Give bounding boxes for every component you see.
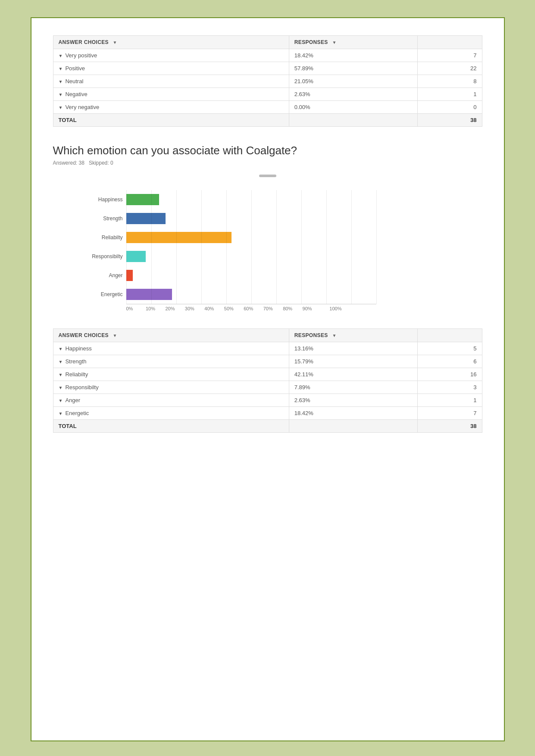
axis-label: 30% [185,306,204,311]
table-row: ▼Reliabilty 42.11% 16 [53,368,482,381]
pct-cell: 18.42% [289,49,418,62]
pct-cell: 2.63% [289,88,418,101]
pct-cell: 0.00% [289,101,418,114]
axis-label: 100% [322,306,341,311]
table-row: ▼Anger 2.63% 1 [53,394,482,407]
count-cell: 8 [418,75,482,88]
chart-bar [126,289,172,300]
choice-cell: ▼Very negative [53,101,289,114]
row-arrow[interactable]: ▼ [59,347,63,351]
pct-cell: 15.79% [289,355,418,368]
axis-line [126,304,376,304]
col-header-count-1 [418,36,482,49]
row-arrow[interactable]: ▼ [59,66,63,71]
col-header-count-2 [418,329,482,342]
choice-cell: ▼Strength [53,355,289,368]
choice-cell: ▼Reliabilty [53,368,289,381]
count-cell: 0 [418,101,482,114]
total-count: 38 [418,114,482,127]
choice-cell: ▼Responsibilty [53,381,289,394]
chart-bar-row: Strength [126,209,482,228]
pct-cell: 2.63% [289,394,418,407]
axis-label: 40% [204,306,224,311]
table-row: ▼Happiness 13.16% 5 [53,342,482,355]
choice-cell: ▼Neutral [53,75,289,88]
chart-bar-row: Anger [126,266,482,285]
chart-bar-row: Reliabilty [126,228,482,247]
axis-label: 50% [224,306,244,311]
choice-cell: ▼Negative [53,88,289,101]
pct-cell: 42.11% [289,368,418,381]
sort-arrow-choices-1[interactable]: ▼ [113,40,117,45]
question-2-meta: Answered: 38 Skipped: 0 [53,160,482,166]
col-header-responses-2[interactable]: RESPONSES ▼ [289,329,418,342]
sort-arrow-responses-1[interactable]: ▼ [332,40,336,45]
table-row: ▼Negative 2.63% 1 [53,88,482,101]
chart-inner: HappinessStrengthReliabiltyResponsibilty… [53,190,482,304]
pct-cell: 7.89% [289,381,418,394]
chart-bar-label: Responsibilty [88,253,123,259]
table-1: ANSWER CHOICES ▼ RESPONSES ▼ ▼Very posit… [53,35,482,127]
axis-label: 20% [165,306,185,311]
count-cell: 16 [418,368,482,381]
count-cell: 1 [418,88,482,101]
table-row: ▼Neutral 21.05% 8 [53,75,482,88]
count-cell: 5 [418,342,482,355]
chart-bar-label: Happiness [88,197,123,203]
choice-cell: ▼Positive [53,62,289,75]
count-cell: 22 [418,62,482,75]
table-row: ▼Strength 15.79% 6 [53,355,482,368]
row-arrow[interactable]: ▼ [59,105,63,110]
col-header-choices-1[interactable]: ANSWER CHOICES ▼ [53,36,289,49]
total-row: TOTAL 38 [53,114,482,127]
total-count: 38 [418,420,482,433]
col-responses-label-1: RESPONSES [294,39,328,45]
chart-bar [126,251,146,262]
total-pct [289,420,418,433]
question-2-title: Which emotion can you associate with Coa… [53,144,482,157]
col-choices-label-2: ANSWER CHOICES [59,332,109,338]
pct-cell: 21.05% [289,75,418,88]
axis-labels: 0%10%20%30%40%50%60%70%80%90%100% [92,306,342,311]
count-cell: 7 [418,49,482,62]
row-arrow[interactable]: ▼ [59,385,63,390]
count-cell: 6 [418,355,482,368]
count-cell: 1 [418,394,482,407]
row-arrow[interactable]: ▼ [59,92,63,97]
total-row: TOTAL 38 [53,420,482,433]
pct-cell: 57.89% [289,62,418,75]
chart-bar [126,270,133,281]
total-label: TOTAL [53,114,289,127]
chart-bar-row: Energetic [126,285,482,304]
total-pct [289,114,418,127]
col-header-responses-1[interactable]: RESPONSES ▼ [289,36,418,49]
col-responses-label-2: RESPONSES [294,332,328,338]
pct-cell: 13.16% [289,342,418,355]
row-arrow[interactable]: ▼ [59,359,63,364]
row-arrow[interactable]: ▼ [59,398,63,403]
chart-bar-row: Happiness [126,190,482,209]
content-area: ANSWER CHOICES ▼ RESPONSES ▼ ▼Very posit… [31,17,505,741]
sort-arrow-responses-2[interactable]: ▼ [332,333,336,338]
col-header-choices-2[interactable]: ANSWER CHOICES ▼ [53,329,289,342]
choice-cell: ▼Happiness [53,342,289,355]
scroll-indicator [259,175,276,177]
row-arrow[interactable]: ▼ [59,79,63,84]
axis-label: 90% [303,306,322,311]
table-row: ▼Responsibilty 7.89% 3 [53,381,482,394]
axis-label: 80% [283,306,302,311]
table-row: ▼Very positive 18.42% 7 [53,49,482,62]
count-cell: 3 [418,381,482,394]
pct-cell: 18.42% [289,407,418,420]
choice-cell: ▼Very positive [53,49,289,62]
row-arrow[interactable]: ▼ [59,372,63,377]
chart-bar-row: Responsibilty [126,247,482,266]
chart-bar-label: Strength [88,216,123,222]
axis-label: 60% [244,306,263,311]
row-arrow[interactable]: ▼ [59,411,63,416]
row-arrow[interactable]: ▼ [59,53,63,58]
page-wrapper: ANSWER CHOICES ▼ RESPONSES ▼ ▼Very posit… [0,0,535,756]
sort-arrow-choices-2[interactable]: ▼ [113,333,117,338]
table-row: ▼Very negative 0.00% 0 [53,101,482,114]
choice-cell: ▼Energetic [53,407,289,420]
